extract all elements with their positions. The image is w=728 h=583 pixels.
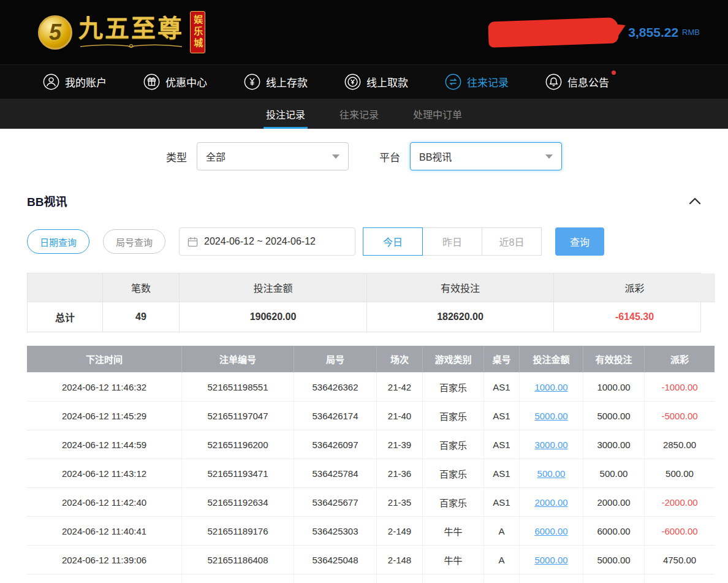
table-cell: 536426097 [294,430,377,459]
type-select[interactable]: 全部 [197,142,349,170]
content: 类型 全部 平台 BB视讯 BB视讯 日期查询 局号查询 [0,142,728,583]
table-cell: 21-36 [377,459,423,488]
brand-logo[interactable]: 5 九五至尊 娱乐城 [38,11,205,53]
table-cell: 百家乐 [423,488,484,517]
payout-cell: -6000.00 [645,517,715,546]
table-header-cell: 派彩 [645,346,715,373]
table-header-cell: 下注时间 [27,346,182,373]
round-query-button[interactable]: 局号查询 [103,229,165,254]
table-cell: 521651192634 [182,488,294,517]
platform-select-value: BB视讯 [419,149,452,164]
summary-table: 笔数 投注金额 有效投注 派彩 总计 49 190620.00 182620.0… [27,273,701,332]
brand-name: 九五至尊 [78,16,184,40]
payout-cell: -2000.00 [645,488,715,517]
gift-icon [143,74,160,90]
nav-item-deposit[interactable]: 线上存款 [244,74,308,90]
summary-valid-bet: 182620.00 [367,302,554,332]
bet-amount-link[interactable]: 1000.00 [520,373,583,402]
brand-badge: 娱乐城 [190,11,205,53]
table-cell: 21-35 [377,488,423,517]
table-row: 2024-06-12 11:46:32521651198551536426362… [27,373,701,402]
search-button[interactable]: 查询 [555,227,604,256]
table-row: 2024-06-12 11:39:06521651186408536425048… [27,546,701,574]
table-cell: 2024-06-12 11:42:40 [27,488,182,517]
nav-item-withdraw[interactable]: 线上取款 [344,74,408,90]
balance-area: 3,855.22 RMB [488,20,700,45]
payout-cell: 4750.00 [645,546,715,574]
table-cell: 2024-06-12 11:39:06 [27,546,182,574]
subnav-tab-2[interactable]: 处理中订单 [396,99,479,129]
summary-header-cell: 有效投注 [367,273,554,302]
table-cell: A [484,517,520,546]
table-cell: 百家乐 [423,459,484,488]
yesterday-button[interactable]: 昨日 [422,227,482,256]
date-range-value: 2024-06-12 ~ 2024-06-12 [204,236,316,247]
table-cell: 2000.00 [583,488,645,517]
records-icon [445,74,461,90]
summary-header-cell: 笔数 [103,273,180,302]
table-cell: 1000.00 [583,373,645,402]
summary-count: 49 [103,302,180,332]
nav-item-user[interactable]: 我的账户 [43,74,107,90]
bet-amount-link[interactable]: 5000.00 [520,546,583,574]
nav-item-label: 往来记录 [467,74,509,90]
query-row: 日期查询 局号查询 2024-06-12 ~ 2024-06-12 今日 昨日 … [27,227,701,256]
brand-symbol: 5 [49,20,61,45]
table-cell: 500.00 [583,459,645,488]
nav-item-bell[interactable]: 信息公告 [545,74,609,90]
subnav-tab-1[interactable]: 往来记录 [322,99,396,129]
brand-text-wrap: 九五至尊 [78,16,184,49]
table-cell: 536424780 [294,574,377,583]
collapse-icon[interactable] [689,197,701,205]
table-cell: A [484,546,520,574]
subnav-tab-0[interactable]: 投注记录 [249,99,322,129]
payout-cell: -1000.00 [645,373,715,402]
bet-amount-link[interactable]: 2000.00 [520,488,583,517]
table-cell: 521651196200 [182,430,294,459]
table-header-cell: 投注金额 [520,346,583,373]
table-cell: 2024-06-12 11:45:29 [27,402,182,430]
date-range-input[interactable]: 2024-06-12 ~ 2024-06-12 [179,227,355,256]
table-cell: 2-149 [377,517,423,546]
table-cell: 2-148 [377,546,423,574]
payout-cell: 500.00 [645,459,715,488]
table-row: 2024-06-12 11:40:41521651189176536425303… [27,517,701,546]
platform-select[interactable]: BB视讯 [410,142,562,170]
chevron-down-icon [545,154,553,159]
filter-row: 类型 全部 平台 BB视讯 [27,142,701,170]
calendar-icon [187,236,199,248]
bet-amount-link[interactable]: 6000.00 [520,517,583,546]
table-cell: AS1 [484,488,520,517]
bell-icon [545,74,562,90]
table-cell: 536425048 [294,546,377,574]
table-row: 2024-06-12 11:45:29521651197047536426174… [27,402,701,430]
nav-item-gift[interactable]: 优惠中心 [143,74,207,90]
table-header-cell: 游戏类别 [423,346,484,373]
table-row: 2024-06-12 11:43:12521651193471536425784… [27,459,701,488]
bet-amount-link[interactable]: 30.00 [520,574,583,583]
table-cell: 5000.00 [583,546,645,574]
nav-item-records[interactable]: 往来记录 [445,74,509,90]
table-row: 2024-06-12 11:37:43521651183989536424780… [27,574,701,583]
table-cell: 2024-06-12 11:43:12 [27,459,182,488]
table-cell: AS1 [484,459,520,488]
bet-amount-link[interactable]: 500.00 [520,459,583,488]
table-cell: 2024-06-12 11:40:41 [27,517,182,546]
payout-cell: -5000.00 [645,402,715,430]
bet-amount-link[interactable]: 3000.00 [520,430,583,459]
table-cell: 牛牛 [423,546,484,574]
date-query-button[interactable]: 日期查询 [27,229,89,254]
table-header-cell: 场次 [377,346,423,373]
table-cell: AS1 [484,430,520,459]
bet-amount-link[interactable]: 5000.00 [520,402,583,430]
table-cell: 6000.00 [583,517,645,546]
nav-item-label: 线上存款 [266,74,308,90]
summary-total-row: 总计 49 190620.00 182620.00 -6145.30 [28,302,700,332]
table-cell: 牛牛 [423,517,484,546]
last8days-button[interactable]: 近8日 [482,227,542,256]
today-button[interactable]: 今日 [363,227,423,256]
nav-item-label: 信息公告 [567,74,609,90]
deposit-icon [244,74,260,90]
table-cell: A [484,574,520,583]
notification-dot [612,70,616,75]
